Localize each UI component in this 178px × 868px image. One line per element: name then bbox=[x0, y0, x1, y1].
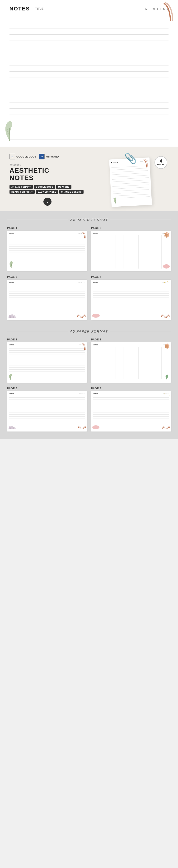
ms-word-label: MS WORD bbox=[46, 155, 59, 158]
svg-point-14 bbox=[167, 343, 168, 345]
page-line bbox=[93, 294, 169, 296]
a4-page-1-item: PAGE 1 NOTES — M T W T F S S bbox=[7, 226, 87, 271]
note-line bbox=[9, 35, 169, 41]
note-line bbox=[9, 72, 169, 78]
product-banner: G GOOGLE DOCS W MS WORD Template AESTHET… bbox=[0, 147, 178, 211]
pages-label: PAGES bbox=[157, 164, 165, 166]
product-title-line2: NOTES bbox=[9, 174, 85, 182]
pages-count-badge: 4 PAGES bbox=[154, 156, 167, 169]
svg-point-12 bbox=[92, 314, 100, 318]
tag-ready-print: READY FOR PRINT bbox=[9, 190, 35, 194]
day-w: W bbox=[152, 7, 155, 10]
page-line bbox=[93, 284, 169, 286]
product-main-title: AESTHETIC NOTES bbox=[9, 167, 85, 182]
svg-text:✦: ✦ bbox=[166, 396, 167, 397]
page-line bbox=[9, 303, 85, 305]
a5-p3-header: NOTES — M T W T F S S bbox=[9, 393, 85, 395]
page-line bbox=[9, 258, 85, 260]
a5-p4-title: NOTES bbox=[93, 393, 98, 395]
page-line bbox=[9, 254, 85, 256]
page-line bbox=[9, 409, 85, 411]
a4-p2-header: NOTES — M T W T F S S bbox=[93, 233, 169, 234]
a4-p3-days: — M T W T F S S bbox=[78, 282, 85, 283]
note-line bbox=[9, 90, 169, 96]
a5-p3-title: NOTES bbox=[9, 393, 14, 395]
day-t2: T bbox=[157, 7, 158, 10]
banner-right-preview: 📎 4 PAGES NOTES M T W T F S S bbox=[93, 154, 169, 206]
leaf-decoration-bottom-left bbox=[2, 118, 17, 142]
page-line bbox=[93, 301, 169, 303]
svg-text:✦: ✦ bbox=[167, 281, 168, 282]
a5-page-4-preview: NOTES — M T W T F S S ✦ ✦ ✦ ✦ bbox=[91, 391, 171, 432]
grid-col bbox=[93, 235, 100, 269]
a4-page-2-preview: NOTES — M T W T F S S bbox=[91, 231, 171, 271]
a4-p2-grid bbox=[93, 235, 169, 269]
page-line bbox=[9, 358, 85, 360]
svg-text:✦: ✦ bbox=[169, 395, 170, 396]
scroll-down-button[interactable]: ⌄ bbox=[43, 197, 52, 206]
a4-p2-blob-deco bbox=[163, 264, 170, 270]
page-line bbox=[9, 368, 85, 370]
note-line bbox=[9, 121, 169, 127]
a5-p4-stars-deco: ✦ ✦ ✦ ✦ bbox=[163, 392, 170, 398]
note-line bbox=[9, 53, 169, 59]
a4-p2-flower-deco bbox=[164, 232, 170, 239]
grid-col bbox=[131, 347, 139, 379]
page-line bbox=[93, 296, 169, 298]
page-line bbox=[9, 288, 85, 290]
svg-point-0 bbox=[166, 234, 168, 236]
note-line bbox=[9, 65, 169, 72]
template-label: Template bbox=[9, 163, 85, 166]
notes-title-input[interactable] bbox=[34, 6, 77, 11]
note-line bbox=[9, 133, 169, 140]
page-line bbox=[9, 299, 85, 301]
page-line bbox=[93, 401, 169, 403]
platform-badges: G GOOGLE DOCS W MS WORD bbox=[9, 154, 85, 159]
tag-google-docs: GOOGLE DOCS bbox=[34, 185, 55, 189]
grid-col bbox=[131, 235, 139, 269]
page-line bbox=[9, 413, 85, 415]
a5-p4-wave-deco bbox=[162, 426, 170, 430]
tag-easy-editable: EASY EDITABLE bbox=[36, 190, 58, 194]
grid-col bbox=[139, 235, 146, 269]
page-line bbox=[9, 239, 85, 241]
page-line bbox=[9, 298, 85, 299]
a5-p4-blob-deco bbox=[92, 424, 100, 430]
a4-page-3-preview: NOTES — M T W T F S S bbox=[7, 280, 87, 320]
svg-text:✦: ✦ bbox=[167, 392, 168, 394]
grid-col bbox=[123, 235, 131, 269]
page-line bbox=[9, 364, 85, 366]
page-line bbox=[9, 416, 85, 418]
binder-clip-icon: 📎 bbox=[124, 153, 137, 164]
page-line bbox=[9, 294, 85, 296]
a4-p4-header: NOTES — M T W T F S S bbox=[93, 282, 169, 283]
a4-p2-title: NOTES bbox=[93, 233, 98, 234]
grid-col bbox=[139, 347, 146, 379]
page-line bbox=[93, 303, 169, 305]
page-line bbox=[9, 296, 85, 298]
a5-p1-title: NOTES bbox=[9, 344, 14, 346]
a5-p1-leaf-deco bbox=[8, 373, 13, 381]
svg-text:✦: ✦ bbox=[169, 283, 170, 285]
a5-p2-flower-deco bbox=[164, 343, 170, 350]
page-line bbox=[93, 398, 169, 400]
google-docs-label: GOOGLE DOCS bbox=[17, 155, 36, 158]
mini-notes-preview-card: NOTES M T W T F S S bbox=[109, 157, 152, 207]
page-line bbox=[9, 284, 85, 286]
notes-page: NOTES M T W T F S S bbox=[0, 0, 178, 147]
a4-page-4-label: PAGE 4 bbox=[91, 275, 171, 278]
a5-p2-grid bbox=[93, 347, 169, 379]
page-line bbox=[93, 292, 169, 294]
page-line bbox=[9, 249, 85, 250]
a5-page-1-item: PAGE 1 NOTES — M T W T F S S bbox=[7, 338, 87, 383]
page-line bbox=[93, 411, 169, 413]
pages-number: 4 bbox=[160, 159, 162, 164]
a4-page-1-preview: NOTES — M T W T F S S bbox=[7, 231, 87, 271]
page-line bbox=[93, 415, 169, 416]
svg-text:✦: ✦ bbox=[164, 393, 165, 395]
page-line bbox=[9, 401, 85, 403]
a4-page-3-item: PAGE 3 NOTES — M T W T F S S bbox=[7, 275, 87, 320]
a5-pages-grid: PAGE 1 NOTES — M T W T F S S bbox=[7, 338, 171, 432]
page-line bbox=[9, 349, 85, 351]
a4-page-4-preview: NOTES — M T W T F S S ✦ ✦ ✦ ✦ bbox=[91, 280, 171, 320]
